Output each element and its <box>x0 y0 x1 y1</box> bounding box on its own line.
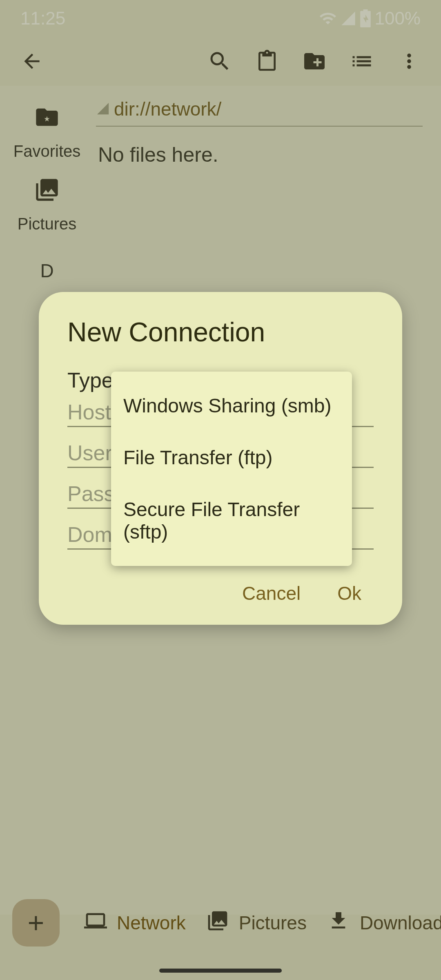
ok-button[interactable]: Ok <box>337 582 361 604</box>
dropdown-item-ftp[interactable]: File Transfer (ftp) <box>111 432 352 483</box>
dialog-actions: Cancel Ok <box>67 582 374 604</box>
type-dropdown-popup: Windows Sharing (smb) File Transfer (ftp… <box>111 372 352 566</box>
dropdown-item-smb[interactable]: Windows Sharing (smb) <box>111 380 352 432</box>
cancel-button[interactable]: Cancel <box>242 582 301 604</box>
file-browser-screen: 11:25 100% <box>0 0 441 980</box>
dropdown-item-sftp[interactable]: Secure File Transfer (sftp) <box>111 483 352 558</box>
type-label: Type <box>67 368 114 392</box>
dialog-title: New Connection <box>67 316 374 347</box>
